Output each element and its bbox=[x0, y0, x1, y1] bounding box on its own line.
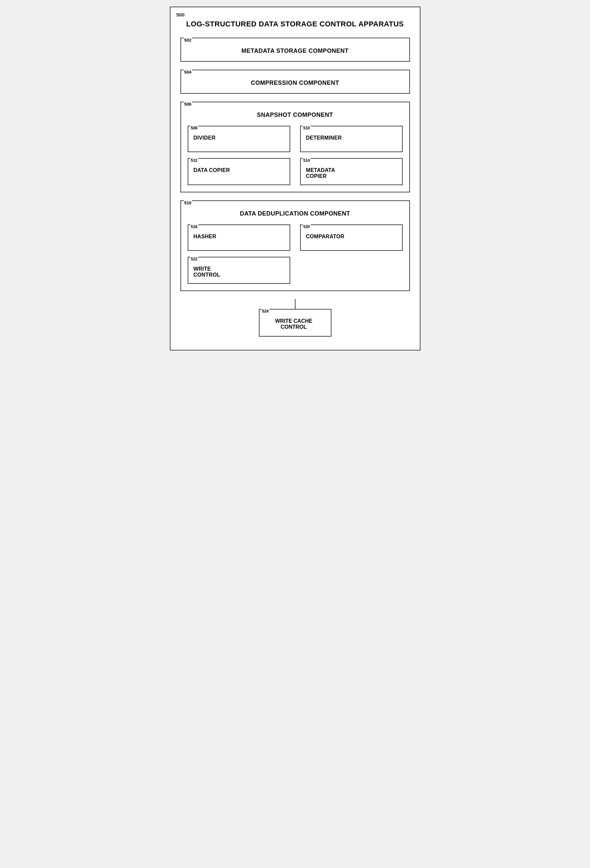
hasher-id: 518 bbox=[190, 224, 198, 229]
metadata-copier-title: METADATACOPIER bbox=[306, 163, 397, 179]
metadata-copier-id: 514 bbox=[303, 158, 310, 163]
write-control-title: WRITECONTROL bbox=[194, 262, 284, 278]
deduplication-title: DATA DEDUPLICATION COMPONENT bbox=[188, 207, 403, 217]
comparator-id: 520 bbox=[303, 224, 310, 229]
compression-title: COMPRESSION COMPONENT bbox=[188, 76, 403, 87]
bottom-section: 524 WRITE CACHECONTROL bbox=[180, 299, 410, 337]
snapshot-title: SNAPSHOT COMPONENT bbox=[188, 108, 403, 118]
hasher-title: HASHER bbox=[194, 230, 284, 240]
connector-line bbox=[295, 299, 296, 309]
write-cache-title: WRITE CACHECONTROL bbox=[265, 314, 323, 330]
main-page: 500 LOG-STRUCTURED DATA STORAGE CONTROL … bbox=[170, 7, 421, 350]
comparator-title: COMPARATOR bbox=[306, 230, 397, 240]
write-control-id: 522 bbox=[190, 257, 198, 261]
metadata-title: METADATA STORAGE COMPONENT bbox=[188, 44, 403, 55]
write-cache-id: 524 bbox=[262, 309, 269, 313]
divider-box: 508 DIVIDER bbox=[188, 126, 290, 152]
data-copier-title: DATA COPIER bbox=[194, 163, 284, 173]
snapshot-component: 506 SNAPSHOT COMPONENT 508 DIVIDER 510 D… bbox=[180, 102, 410, 192]
snapshot-children: 508 DIVIDER 510 DETERMINER 512 DATA COPI… bbox=[188, 126, 403, 185]
determiner-box: 510 DETERMINER bbox=[300, 126, 403, 152]
metadata-copier-box: 514 METADATACOPIER bbox=[300, 158, 403, 185]
deduplication-children: 518 HASHER 520 COMPARATOR 522 WRITECONTR… bbox=[188, 224, 403, 284]
data-copier-box: 512 DATA COPIER bbox=[188, 158, 290, 185]
divider-id: 508 bbox=[190, 126, 198, 130]
write-cache-box: 524 WRITE CACHECONTROL bbox=[259, 309, 331, 337]
page-number: 500 bbox=[177, 12, 185, 18]
empty-cell bbox=[300, 257, 403, 284]
compression-id: 504 bbox=[184, 69, 192, 75]
determiner-title: DETERMINER bbox=[306, 131, 397, 141]
compression-component: 504 COMPRESSION COMPONENT bbox=[180, 69, 410, 94]
deduplication-id: 516 bbox=[184, 200, 192, 205]
write-control-box: 522 WRITECONTROL bbox=[188, 257, 290, 284]
hasher-box: 518 HASHER bbox=[188, 224, 290, 251]
snapshot-id: 506 bbox=[184, 102, 192, 106]
metadata-storage-component: 502 METADATA STORAGE COMPONENT bbox=[180, 38, 410, 62]
comparator-box: 520 COMPARATOR bbox=[300, 224, 403, 251]
divider-title: DIVIDER bbox=[194, 131, 284, 141]
page-title: LOG-STRUCTURED DATA STORAGE CONTROL APPA… bbox=[180, 20, 410, 28]
data-copier-id: 512 bbox=[190, 158, 198, 163]
metadata-id: 502 bbox=[184, 38, 192, 43]
determiner-id: 510 bbox=[303, 126, 310, 130]
deduplication-component: 516 DATA DEDUPLICATION COMPONENT 518 HAS… bbox=[180, 200, 410, 291]
